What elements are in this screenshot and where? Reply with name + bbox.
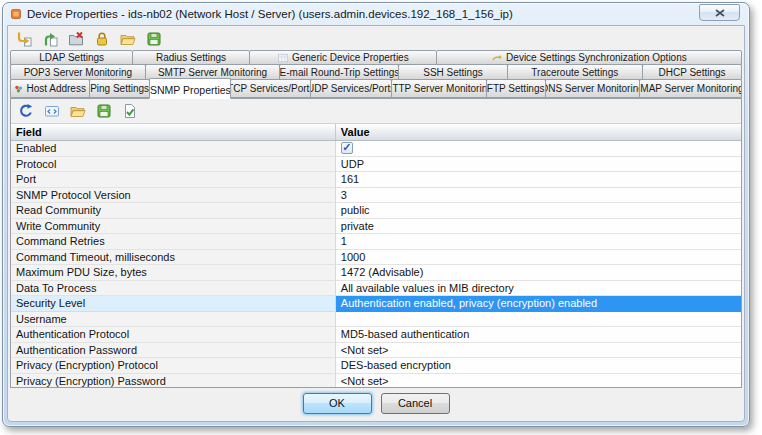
tab-strip: LDAP Settings Radius Settings Generic De… [8, 50, 744, 98]
column-header-value[interactable]: Value [336, 126, 741, 138]
tab-label: FTP Settings [487, 83, 545, 94]
tab-email-round-trip-settings[interactable]: E-mail Round-Trip Settings [279, 64, 399, 80]
tab-label: Generic Device Properties [292, 52, 409, 63]
ok-button[interactable]: OK [303, 393, 372, 414]
table-row-port[interactable]: Port 161 [11, 172, 741, 188]
close-button[interactable] [699, 4, 740, 21]
tab-ldap-settings[interactable]: LDAP Settings [10, 50, 133, 65]
import-settings-button[interactable] [38, 28, 61, 49]
tab-ssh-settings[interactable]: SSH Settings [398, 64, 507, 80]
table-row-enabled[interactable]: Enabled [11, 141, 741, 157]
field-cell: Command Retries [11, 234, 336, 250]
table-row-privacy-password[interactable]: Privacy (Encryption) Password <Not set> [11, 374, 741, 388]
tab-label: IMAP Server Monitoring [639, 83, 742, 94]
open-folder-icon [70, 103, 86, 119]
column-header-field[interactable]: Field [11, 124, 336, 140]
tab-label: TCP Services/Ports [230, 83, 311, 94]
value-cell[interactable]: All available values in MIB directory [336, 281, 741, 297]
open-button[interactable] [116, 28, 139, 49]
value-cell [336, 141, 741, 157]
table-row-privacy-protocol[interactable]: Privacy (Encryption) Protocol DES-based … [11, 358, 741, 374]
tab-traceroute-settings[interactable]: Traceroute Settings [507, 64, 644, 80]
sync-arrow-icon [491, 52, 503, 64]
value-cell[interactable]: private [336, 219, 741, 235]
tab-dns-server-monitoring[interactable]: DNS Server Monitoring [545, 79, 640, 98]
tab-device-settings-sync-options[interactable]: Device Settings Synchronization Options [436, 50, 742, 65]
table-row-authentication-password[interactable]: Authentication Password <Not set> [11, 343, 741, 359]
snmp-properties-panel: Field Value Enabled Protocol UDP Port 16… [10, 98, 742, 388]
value-cell[interactable]: <Not set> [336, 374, 741, 388]
table-row-data-to-process[interactable]: Data To Process All available values in … [11, 281, 741, 297]
delete-folder-button[interactable] [64, 28, 87, 49]
value-cell[interactable] [336, 312, 741, 328]
load-button[interactable] [66, 101, 89, 122]
tab-pop3-server-monitoring[interactable]: POP3 Server Monitoring [10, 64, 146, 80]
lock-button[interactable] [90, 28, 113, 49]
undo-arrow-icon [18, 103, 34, 119]
page-check-icon [122, 103, 138, 119]
tab-ping-settings[interactable]: Ping Settings [89, 79, 150, 98]
window-title: Device Properties - ids-nb02 (Network Ho… [27, 7, 513, 20]
field-cell: Security Level [11, 296, 336, 312]
value-cell[interactable]: public [336, 203, 741, 219]
value-cell[interactable]: 3 [336, 188, 741, 204]
value-cell[interactable]: 1 [336, 234, 741, 250]
field-cell: Enabled [11, 141, 336, 157]
tab-ftp-settings[interactable]: FTP Settings [486, 79, 546, 98]
save-floppy-icon [146, 31, 162, 47]
tab-row-3: Host Address Ping Settings SNMP Properti… [10, 80, 742, 98]
open-folder-icon [120, 31, 136, 47]
tab-snmp-properties[interactable]: SNMP Properties [149, 78, 231, 99]
value-cell[interactable]: 1000 [336, 250, 741, 266]
tab-label: Radius Settings [156, 52, 226, 63]
tab-http-server-monitoring[interactable]: HTTP Server Monitoring [391, 79, 486, 98]
enabled-checkbox[interactable] [341, 142, 353, 154]
tab-label: E-mail Round-Trip Settings [280, 67, 400, 78]
value-cell[interactable]: MD5-based authentication [336, 327, 741, 343]
tab-label: DHCP Settings [659, 67, 726, 78]
tab-tcp-services-ports[interactable]: TCP Services/Ports [230, 79, 311, 98]
field-cell: Data To Process [11, 281, 336, 297]
tab-label: Ping Settings [90, 83, 149, 94]
tab-row-1: LDAP Settings Radius Settings Generic De… [10, 50, 742, 65]
table-row-security-level-selected[interactable]: Security Level Authentication enabled, p… [11, 296, 741, 312]
value-cell[interactable]: Authentication enabled, privacy (encrypt… [336, 296, 741, 312]
field-cell: Authentication Protocol [11, 327, 336, 343]
export-settings-button[interactable] [12, 28, 35, 49]
value-cell[interactable]: UDP [336, 157, 741, 173]
undo-button[interactable] [14, 101, 37, 122]
table-row-snmp-protocol-version[interactable]: SNMP Protocol Version 3 [11, 188, 741, 204]
tab-generic-device-properties[interactable]: Generic Device Properties [249, 50, 437, 65]
close-icon [715, 9, 725, 17]
tab-dhcp-settings[interactable]: DHCP Settings [642, 64, 742, 80]
save-button[interactable] [142, 28, 165, 49]
save-values-button[interactable] [92, 101, 115, 122]
table-row-username[interactable]: Username [11, 312, 741, 328]
table-row-max-pdu-size[interactable]: Maximum PDU Size, bytes 1472 (Advisable) [11, 265, 741, 281]
tab-imap-server-monitoring[interactable]: IMAP Server Monitoring [639, 79, 742, 98]
table-header: Field Value [11, 124, 741, 141]
padlock-icon [94, 31, 110, 47]
cancel-button[interactable]: Cancel [381, 393, 450, 414]
tab-radius-settings[interactable]: Radius Settings [132, 50, 250, 65]
host-address-icon [14, 83, 23, 95]
field-cell: Maximum PDU Size, bytes [11, 265, 336, 281]
apply-button[interactable] [118, 101, 141, 122]
tab-label: UDP Services/Ports [310, 83, 392, 94]
value-cell[interactable]: <Not set> [336, 343, 741, 359]
tab-host-address[interactable]: Host Address [10, 79, 90, 98]
field-cell: Read Community [11, 203, 336, 219]
table-row-protocol[interactable]: Protocol UDP [11, 157, 741, 173]
table-row-write-community[interactable]: Write Community private [11, 219, 741, 235]
field-cell: Protocol [11, 157, 336, 173]
table-row-command-timeout[interactable]: Command Timeout, milliseconds 1000 [11, 250, 741, 266]
value-cell[interactable]: DES-based encryption [336, 358, 741, 374]
table-row-read-community[interactable]: Read Community public [11, 203, 741, 219]
value-cell[interactable]: 161 [336, 172, 741, 188]
tab-udp-services-ports[interactable]: UDP Services/Ports [310, 79, 392, 98]
table-row-command-retries[interactable]: Command Retries 1 [11, 234, 741, 250]
default-value-button[interactable] [40, 101, 63, 122]
value-cell[interactable]: 1472 (Advisable) [336, 265, 741, 281]
title-bar[interactable]: Device Properties - ids-nb02 (Network Ho… [3, 3, 749, 24]
table-row-authentication-protocol[interactable]: Authentication Protocol MD5-based authen… [11, 327, 741, 343]
